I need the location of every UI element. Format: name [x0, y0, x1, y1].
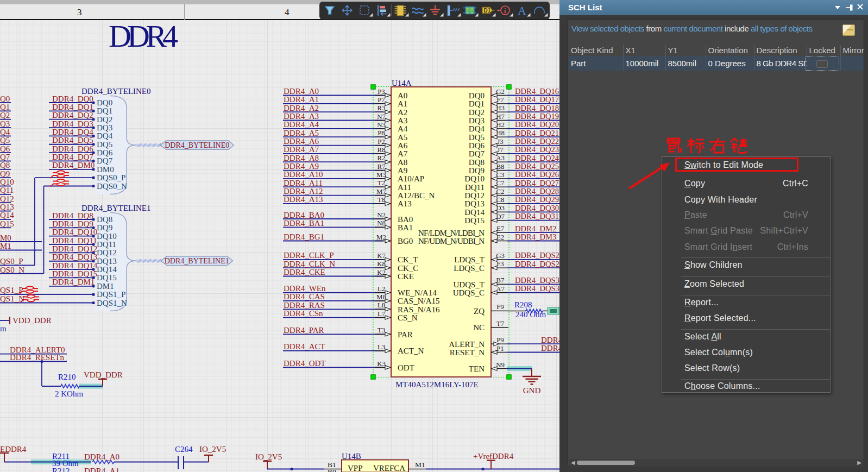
svg-text:m: m — [0, 324, 7, 333]
svg-text:B8: B8 — [496, 163, 505, 171]
svg-text:DDR4_DQ19: DDR4_DQ19 — [515, 112, 559, 121]
svg-text:N8: N8 — [377, 219, 386, 227]
svg-text:TEN: TEN — [469, 364, 485, 373]
svg-text:UDQS_C: UDQS_C — [453, 288, 485, 297]
svg-text:IO_2V5: IO_2V5 — [255, 452, 282, 461]
svg-text:C2: C2 — [496, 188, 505, 196]
svg-text:R8: R8 — [378, 146, 386, 154]
svg-text:DDR4_DQ31: DDR4_DQ31 — [515, 212, 559, 221]
svg-text:N7: N7 — [377, 113, 386, 121]
svg-text:DDR4_ODT: DDR4_ODT — [284, 359, 326, 368]
svg-text:J7: J7 — [497, 146, 504, 154]
svg-text:QS1_N: QS1_N — [0, 294, 24, 303]
svg-text:L3: L3 — [378, 343, 385, 351]
svg-text:A13: A13 — [398, 199, 412, 208]
svg-text:DDR4_A0: DDR4_A0 — [284, 87, 319, 96]
svg-text:P7: P7 — [378, 96, 385, 104]
svg-text:DDR4_DQ25: DDR4_DQ25 — [515, 162, 559, 171]
svg-text:DDR4_DQ28: DDR4_DQ28 — [515, 187, 559, 196]
svg-text:UDQS_T: UDQS_T — [453, 280, 485, 289]
svg-text:DDR4_A6: DDR4_A6 — [284, 137, 319, 146]
svg-text:EDDR4: EDDR4 — [0, 445, 27, 454]
svg-text:DQ1: DQ1 — [97, 106, 112, 115]
svg-text:DQ0: DQ0 — [97, 98, 112, 107]
svg-text:R2: R2 — [378, 154, 386, 162]
svg-text:QS1_P: QS1_P — [0, 286, 23, 294]
svg-text:CK_C: CK_C — [398, 264, 418, 273]
svg-text:C7: C7 — [496, 179, 505, 187]
svg-text:ZQ: ZQ — [474, 307, 485, 316]
svg-text:E2: E2 — [496, 234, 504, 241]
svg-text:DDR4_DQS3: DDR4_DQS3 — [515, 284, 559, 293]
svg-text:Q14: Q14 — [0, 211, 14, 219]
svg-text:DQ13: DQ13 — [464, 199, 485, 208]
svg-text:DDR4_WEn: DDR4_WEn — [284, 284, 326, 293]
svg-text:P8: P8 — [378, 129, 385, 137]
svg-text:DDR4_A3: DDR4_A3 — [284, 112, 319, 121]
svg-text:DQ9: DQ9 — [97, 223, 112, 232]
svg-text:DM1: DM1 — [97, 282, 114, 291]
svg-text:Q2: Q2 — [0, 111, 10, 119]
svg-text:DDR4_A10: DDR4_A10 — [284, 170, 323, 179]
svg-text:J3: J3 — [497, 138, 503, 146]
svg-text:P1: P1 — [496, 345, 504, 353]
svg-text:T8: T8 — [378, 196, 385, 204]
svg-text:DDR4_DM2: DDR4_DM2 — [515, 224, 556, 233]
svg-text:DQ12: DQ12 — [464, 191, 485, 200]
svg-text:DDR4_A8: DDR4_A8 — [284, 154, 319, 162]
svg-text:DDR4_A1: DDR4_A1 — [284, 95, 319, 104]
svg-text:DDR4_DQ1: DDR4_DQ1 — [52, 103, 93, 111]
svg-text:M8: M8 — [376, 293, 386, 301]
svg-text:DQ12: DQ12 — [97, 248, 117, 257]
svg-text:DDR4_DM3: DDR4_DM3 — [515, 232, 556, 241]
svg-text:C8: C8 — [496, 196, 505, 204]
svg-text:DQ9: DQ9 — [469, 166, 485, 175]
svg-text:A11: A11 — [398, 183, 411, 192]
svg-text:i: i — [504, 7, 506, 15]
svg-text:DM0: DM0 — [97, 165, 114, 174]
svg-text:MT40A512M16LY-107E: MT40A512M16LY-107E — [395, 380, 479, 389]
svg-text:BA0: BA0 — [398, 215, 413, 224]
svg-text:C264: C264 — [175, 445, 193, 454]
svg-text:DDR4_RESETn: DDR4_RESETn — [10, 353, 65, 362]
svg-text:+VrefDDR4: +VrefDDR4 — [473, 452, 514, 461]
svg-text:DQ6: DQ6 — [97, 148, 113, 157]
svg-text:L8: L8 — [378, 301, 385, 309]
svg-text:C3: C3 — [496, 171, 505, 179]
svg-text:240 Ohm: 240 Ohm — [515, 310, 546, 319]
svg-text:DQ3: DQ3 — [97, 123, 112, 132]
svg-text:A6: A6 — [398, 141, 408, 150]
svg-text:DQ3: DQ3 — [469, 116, 485, 125]
svg-text:QS0_P: QS0_P — [0, 257, 23, 266]
svg-text:DQ10: DQ10 — [464, 174, 485, 183]
svg-text:M1: M1 — [0, 242, 11, 250]
svg-text:PAR: PAR — [398, 330, 413, 339]
svg-text:H7: H7 — [496, 113, 505, 121]
svg-text:DDR4_DQ26: DDR4_DQ26 — [515, 170, 559, 179]
svg-text:Q13: Q13 — [0, 203, 14, 211]
svg-text:Q8: Q8 — [0, 161, 10, 169]
svg-text:DQ2: DQ2 — [469, 108, 485, 117]
svg-text:NF/LDM_N/LDBI_N: NF/LDM_N/LDBI_N — [418, 229, 485, 237]
svg-text:DDR4_A12: DDR4_A12 — [284, 187, 323, 196]
svg-text:DDR4_BA0: DDR4_BA0 — [284, 211, 324, 219]
svg-text:DDR4_A13: DDR4_A13 — [284, 195, 323, 204]
svg-text:DDR4_DQ14: DDR4_DQ14 — [52, 261, 98, 270]
svg-text:Q10: Q10 — [0, 178, 14, 186]
svg-text:A3: A3 — [398, 116, 407, 125]
svg-text:CK_T: CK_T — [398, 255, 418, 264]
svg-text:DDR4_DQ16: DDR4_DQ16 — [515, 87, 559, 96]
svg-text:DDR4_A7: DDR4_A7 — [284, 145, 319, 154]
svg-text:R210: R210 — [58, 373, 76, 381]
svg-text:DDR4_A11: DDR4_A11 — [284, 179, 323, 187]
svg-text:DDR4_DQ0: DDR4_DQ0 — [52, 95, 93, 103]
svg-text:DDR4: DDR4 — [541, 336, 559, 344]
svg-text:Q15: Q15 — [0, 219, 14, 228]
svg-text:M2: M2 — [376, 234, 386, 241]
svg-text:A: A — [518, 4, 526, 17]
svg-text:DQ14: DQ14 — [97, 265, 117, 274]
svg-text:R3: R3 — [378, 104, 386, 112]
svg-text:DDR4_DM1: DDR4_DM1 — [52, 278, 95, 286]
svg-text:DDR4_DQ21: DDR4_DQ21 — [515, 129, 559, 137]
svg-text:M1: M1 — [415, 461, 425, 469]
